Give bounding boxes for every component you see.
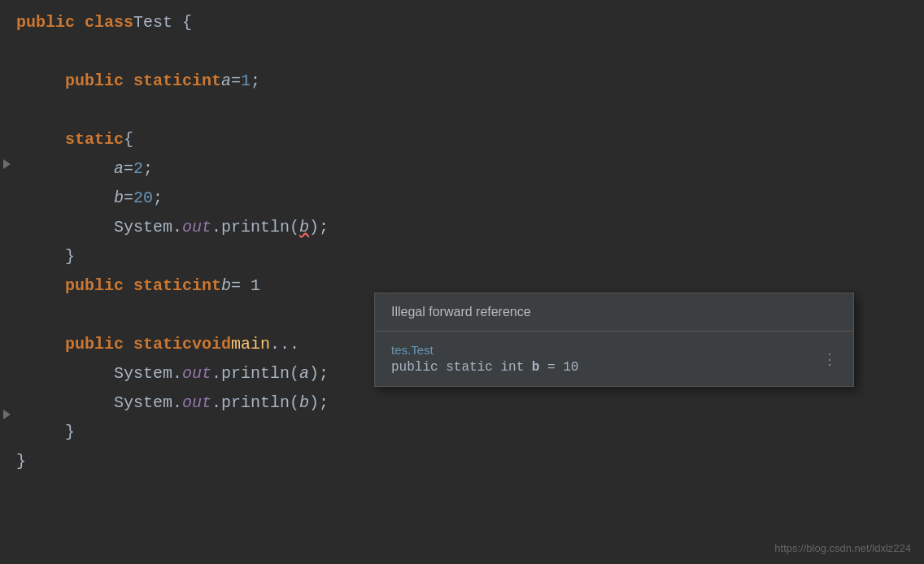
- token-brace-open: {: [124, 125, 133, 154]
- code-line-4: [0, 96, 924, 125]
- token-assign4: = 1: [231, 271, 260, 301]
- token-assign1: =: [231, 67, 241, 96]
- token-2: 2: [133, 154, 143, 184]
- token-1: 1: [241, 67, 251, 96]
- token-out3: out: [182, 388, 211, 418]
- tooltip-popup: Illegal forward reference tes.Test publi…: [374, 293, 854, 387]
- code-line-9: }: [0, 242, 924, 271]
- token-public-static3: public static: [65, 330, 192, 359]
- token-println2: .println(: [211, 359, 299, 388]
- tooltip-package: tes.Test: [391, 343, 578, 357]
- token-out1: out: [182, 213, 211, 242]
- token-system3: System.: [114, 388, 182, 418]
- code-line-6: a = 2;: [0, 154, 924, 184]
- tooltip-error-text: Illegal forward reference: [375, 293, 853, 332]
- token-int2: int: [192, 271, 221, 301]
- token-semi2: ;: [143, 154, 153, 184]
- token-assign3: =: [124, 184, 133, 213]
- token-brace-close3: }: [16, 447, 26, 476]
- token-a: a: [221, 67, 231, 96]
- token-public-static: public static: [65, 67, 192, 96]
- token-int: int: [192, 67, 221, 96]
- token-println3: .println(: [211, 388, 299, 418]
- tooltip-info-left: tes.Test public static int b = 10: [391, 343, 578, 375]
- code-line-1: public class Test {: [0, 8, 924, 37]
- token-a3: a: [299, 359, 309, 388]
- token-20: 20: [133, 184, 153, 213]
- token-b1: b: [114, 184, 124, 213]
- token-brace-close2: }: [65, 418, 75, 447]
- code-line-15: }: [0, 418, 924, 447]
- token-out2: out: [182, 359, 211, 388]
- code-line-3: public static int a = 1;: [0, 67, 924, 96]
- code-editor: public class Test { public static int a …: [0, 0, 924, 564]
- token-semi3: ;: [153, 184, 163, 213]
- token-static: static: [65, 125, 124, 154]
- code-line-2: [0, 37, 924, 67]
- token-close3: );: [309, 388, 329, 418]
- tooltip-sig-bold: b: [532, 360, 540, 375]
- tooltip-sig-suffix: = 10: [539, 360, 578, 375]
- code-line-5: static {: [0, 125, 924, 154]
- code-line-14: System.out.println(b);: [0, 388, 924, 418]
- token-b2: b: [221, 271, 231, 301]
- token-b3: b: [299, 388, 309, 418]
- tooltip-signature: public static int b = 10: [391, 360, 578, 375]
- code-line-8: System.out.println(b);: [0, 213, 924, 242]
- token-close2: );: [309, 359, 329, 388]
- token-system2: System.: [114, 359, 182, 388]
- tooltip-more-button[interactable]: ⋮: [814, 350, 837, 368]
- token-a2: a: [114, 154, 124, 184]
- tooltip-sig-prefix: public static int: [391, 360, 532, 375]
- token-brace-close1: }: [65, 242, 75, 271]
- token-public-class: public class: [16, 8, 133, 37]
- token-close1: );: [309, 213, 329, 242]
- watermark: https://blog.csdn.net/ldxlz224: [774, 542, 911, 554]
- token-main-rest: ...: [270, 330, 299, 359]
- token-class-name: Test {: [133, 8, 192, 37]
- token-println1: .println(: [211, 213, 299, 242]
- token-main: main: [231, 330, 270, 359]
- token-public-static2: public static: [65, 271, 192, 301]
- tooltip-info: tes.Test public static int b = 10 ⋮: [375, 332, 853, 386]
- token-void: void: [192, 330, 231, 359]
- token-semi1: ;: [251, 67, 260, 96]
- code-line-16: }: [0, 447, 924, 476]
- token-assign2: =: [124, 154, 133, 184]
- code-line-7: b = 20;: [0, 184, 924, 213]
- token-system1: System.: [114, 213, 182, 242]
- token-b-squiggly: b: [299, 213, 309, 242]
